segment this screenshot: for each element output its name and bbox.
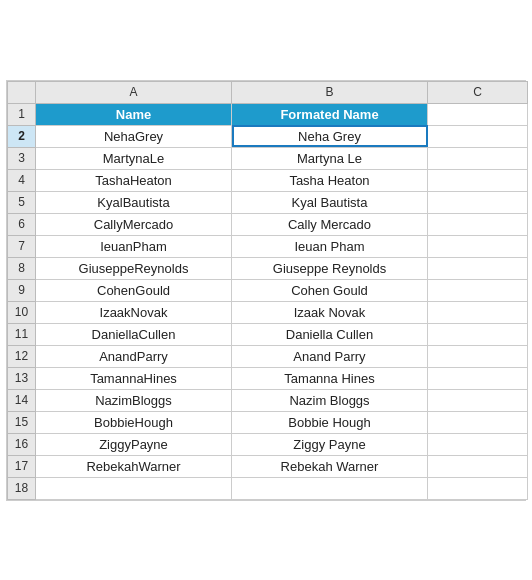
- cell-b-14[interactable]: Nazim Bloggs: [232, 389, 428, 411]
- row-number: 9: [8, 279, 36, 301]
- cell-b-7[interactable]: Ieuan Pham: [232, 235, 428, 257]
- col-c-header[interactable]: C: [428, 81, 528, 103]
- cell-c-17[interactable]: [428, 455, 528, 477]
- corner-cell: [8, 81, 36, 103]
- table-row: 7IeuanPhamIeuan Pham: [8, 235, 528, 257]
- row-number: 13: [8, 367, 36, 389]
- cell-a-2[interactable]: NehaGrey: [36, 125, 232, 147]
- cell-b-3[interactable]: Martyna Le: [232, 147, 428, 169]
- table-row: 18: [8, 477, 528, 499]
- cell-b-17[interactable]: Rebekah Warner: [232, 455, 428, 477]
- cell-b-6[interactable]: Cally Mercado: [232, 213, 428, 235]
- row-number: 4: [8, 169, 36, 191]
- cell-c-5[interactable]: [428, 191, 528, 213]
- table-row: 4TashaHeatonTasha Heaton: [8, 169, 528, 191]
- cell-c-10[interactable]: [428, 301, 528, 323]
- cell-c-18[interactable]: [428, 477, 528, 499]
- row-number: 18: [8, 477, 36, 499]
- cell-c-14[interactable]: [428, 389, 528, 411]
- cell-c-13[interactable]: [428, 367, 528, 389]
- row-number: 17: [8, 455, 36, 477]
- cell-b-4[interactable]: Tasha Heaton: [232, 169, 428, 191]
- cell-b-5[interactable]: Kyal Bautista: [232, 191, 428, 213]
- table-row: 2NehaGreyNeha Grey: [8, 125, 528, 147]
- cell-b-11[interactable]: Daniella Cullen: [232, 323, 428, 345]
- row-number: 6: [8, 213, 36, 235]
- cell-a-16[interactable]: ZiggyPayne: [36, 433, 232, 455]
- cell-a-1[interactable]: Name: [36, 103, 232, 125]
- column-header-row: A B C: [8, 81, 528, 103]
- cell-a-5[interactable]: KyalBautista: [36, 191, 232, 213]
- row-number: 10: [8, 301, 36, 323]
- cell-c-1[interactable]: [428, 103, 528, 125]
- table-row: 15BobbieHoughBobbie Hough: [8, 411, 528, 433]
- cell-b-12[interactable]: Anand Parry: [232, 345, 428, 367]
- cell-c-15[interactable]: [428, 411, 528, 433]
- cell-c-12[interactable]: [428, 345, 528, 367]
- cell-a-12[interactable]: AnandParry: [36, 345, 232, 367]
- table-row: 16ZiggyPayneZiggy Payne: [8, 433, 528, 455]
- cell-b-18[interactable]: [232, 477, 428, 499]
- cell-c-4[interactable]: [428, 169, 528, 191]
- cell-a-17[interactable]: RebekahWarner: [36, 455, 232, 477]
- row-number: 15: [8, 411, 36, 433]
- table-row: 3MartynaLeMartyna Le: [8, 147, 528, 169]
- row-number: 11: [8, 323, 36, 345]
- cell-b-8[interactable]: Giuseppe Reynolds: [232, 257, 428, 279]
- cell-b-13[interactable]: Tamanna Hines: [232, 367, 428, 389]
- cell-b-9[interactable]: Cohen Gould: [232, 279, 428, 301]
- cell-a-6[interactable]: CallyMercado: [36, 213, 232, 235]
- row-number: 3: [8, 147, 36, 169]
- cell-a-13[interactable]: TamannaHines: [36, 367, 232, 389]
- table-row: 12AnandParryAnand Parry: [8, 345, 528, 367]
- cell-c-11[interactable]: [428, 323, 528, 345]
- cell-c-9[interactable]: [428, 279, 528, 301]
- cell-a-18[interactable]: [36, 477, 232, 499]
- cell-b-15[interactable]: Bobbie Hough: [232, 411, 428, 433]
- col-a-header[interactable]: A: [36, 81, 232, 103]
- cell-c-7[interactable]: [428, 235, 528, 257]
- table-row: 9CohenGouldCohen Gould: [8, 279, 528, 301]
- cell-a-8[interactable]: GiuseppeReynolds: [36, 257, 232, 279]
- row-number: 8: [8, 257, 36, 279]
- cell-b-16[interactable]: Ziggy Payne: [232, 433, 428, 455]
- cell-b-10[interactable]: Izaak Novak: [232, 301, 428, 323]
- cell-b-2[interactable]: Neha Grey: [232, 125, 428, 147]
- cell-a-7[interactable]: IeuanPham: [36, 235, 232, 257]
- cell-a-10[interactable]: IzaakNovak: [36, 301, 232, 323]
- row-number: 16: [8, 433, 36, 455]
- cell-a-4[interactable]: TashaHeaton: [36, 169, 232, 191]
- row-number: 12: [8, 345, 36, 367]
- col-b-header[interactable]: B: [232, 81, 428, 103]
- table-row: 1NameFormated Name: [8, 103, 528, 125]
- cell-c-2[interactable]: [428, 125, 528, 147]
- cell-a-14[interactable]: NazimBloggs: [36, 389, 232, 411]
- cell-c-6[interactable]: [428, 213, 528, 235]
- table-row: 8GiuseppeReynoldsGiuseppe Reynolds: [8, 257, 528, 279]
- cell-c-16[interactable]: [428, 433, 528, 455]
- cell-c-8[interactable]: [428, 257, 528, 279]
- spreadsheet: A B C 1NameFormated Name2NehaGreyNeha Gr…: [6, 80, 526, 501]
- cell-a-11[interactable]: DaniellaCullen: [36, 323, 232, 345]
- cell-a-3[interactable]: MartynaLe: [36, 147, 232, 169]
- table-row: 6CallyMercadoCally Mercado: [8, 213, 528, 235]
- cell-b-1[interactable]: Formated Name: [232, 103, 428, 125]
- table-row: 10IzaakNovakIzaak Novak: [8, 301, 528, 323]
- table-row: 5KyalBautistaKyal Bautista: [8, 191, 528, 213]
- cell-a-15[interactable]: BobbieHough: [36, 411, 232, 433]
- table-row: 17RebekahWarnerRebekah Warner: [8, 455, 528, 477]
- table-row: 13TamannaHinesTamanna Hines: [8, 367, 528, 389]
- row-number: 14: [8, 389, 36, 411]
- row-number: 2: [8, 125, 36, 147]
- cell-a-9[interactable]: CohenGould: [36, 279, 232, 301]
- table-row: 14NazimBloggsNazim Bloggs: [8, 389, 528, 411]
- row-number: 5: [8, 191, 36, 213]
- cell-c-3[interactable]: [428, 147, 528, 169]
- row-number: 1: [8, 103, 36, 125]
- row-number: 7: [8, 235, 36, 257]
- table-row: 11DaniellaCullenDaniella Cullen: [8, 323, 528, 345]
